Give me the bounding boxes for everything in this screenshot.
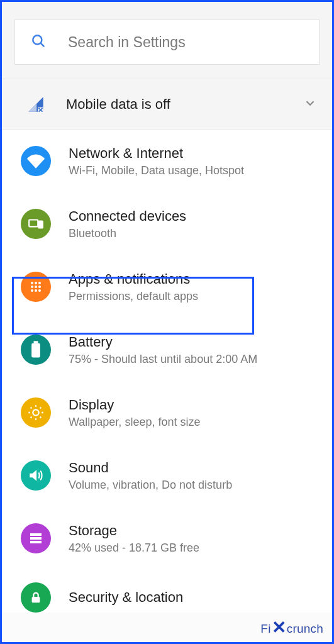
row-text: Sound Volume, vibration, Do not disturb <box>69 460 232 492</box>
row-title: Network & Internet <box>69 145 244 162</box>
svg-point-11 <box>31 289 33 292</box>
watermark: Fi ✕ crunch <box>260 622 323 636</box>
row-title: Storage <box>69 523 199 539</box>
settings-screen: Search in Settings Mobile data is off Ne… <box>0 0 334 644</box>
svg-point-8 <box>31 286 33 288</box>
svg-point-5 <box>31 282 33 284</box>
settings-list: Network & Internet Wi-Fi, Mobile, Data u… <box>2 130 332 613</box>
svg-point-7 <box>38 282 41 284</box>
row-sub: Wallpaper, sleep, font size <box>69 416 200 429</box>
settings-item-display[interactable]: Display Wallpaper, sleep, font size <box>2 381 332 444</box>
svg-rect-4 <box>38 221 43 228</box>
row-title: Apps & notifications <box>69 271 198 287</box>
search-input[interactable]: Search in Settings <box>14 19 320 65</box>
svg-rect-19 <box>30 541 42 543</box>
svg-point-12 <box>35 289 37 292</box>
top-bar: Search in Settings <box>2 2 332 79</box>
row-sub: Volume, vibration, Do not disturb <box>69 479 232 492</box>
search-placeholder: Search in Settings <box>68 34 186 51</box>
row-text: Security & location <box>69 589 183 606</box>
row-text: Battery 75% - Should last until about 2:… <box>69 334 257 366</box>
row-sub: 75% - Should last until about 2:00 AM <box>69 353 257 366</box>
row-text: Display Wallpaper, sleep, font size <box>69 397 200 429</box>
svg-rect-3 <box>29 220 38 227</box>
devices-icon <box>21 209 51 239</box>
svg-rect-14 <box>34 341 38 343</box>
settings-item-network[interactable]: Network & Internet Wi-Fi, Mobile, Data u… <box>2 130 332 192</box>
row-sub: Permissions, default apps <box>69 290 198 303</box>
svg-rect-20 <box>32 597 40 602</box>
svg-point-6 <box>35 282 37 284</box>
settings-item-apps[interactable]: Apps & notifications Permissions, defaul… <box>2 255 332 318</box>
watermark-pre: Fi <box>260 622 270 636</box>
chevron-down-icon <box>303 96 317 113</box>
row-title: Battery <box>69 334 257 350</box>
storage-icon <box>21 523 51 553</box>
brightness-icon <box>21 397 51 428</box>
row-title: Security & location <box>69 589 183 606</box>
row-title: Display <box>69 397 200 413</box>
svg-point-16 <box>33 409 38 415</box>
banner-text: Mobile data is off <box>66 96 303 113</box>
watermark-post: crunch <box>287 622 323 636</box>
row-text: Network & Internet Wi-Fi, Mobile, Data u… <box>69 145 244 177</box>
svg-point-10 <box>38 286 41 288</box>
svg-point-9 <box>35 286 37 288</box>
svg-rect-17 <box>30 533 42 536</box>
row-text: Storage 42% used - 18.71 GB free <box>69 523 199 555</box>
row-sub: Wi-Fi, Mobile, Data usage, Hotspot <box>69 164 244 177</box>
row-sub: Bluetooth <box>69 227 186 240</box>
search-icon <box>30 33 47 52</box>
row-sub: 42% used - 18.71 GB free <box>69 541 199 555</box>
settings-item-storage[interactable]: Storage 42% used - 18.71 GB free <box>2 507 332 570</box>
settings-item-security[interactable]: Security & location <box>2 570 332 613</box>
apps-icon <box>21 272 51 302</box>
sound-icon <box>21 460 51 491</box>
settings-item-connected-devices[interactable]: Connected devices Bluetooth <box>2 192 332 255</box>
mobile-data-off-icon <box>25 96 47 113</box>
lock-icon <box>21 582 51 613</box>
svg-line-1 <box>40 43 44 47</box>
svg-rect-15 <box>31 343 40 358</box>
svg-point-0 <box>33 35 42 44</box>
settings-item-battery[interactable]: Battery 75% - Should last until about 2:… <box>2 318 332 381</box>
svg-point-13 <box>38 289 41 292</box>
row-title: Sound <box>69 460 232 476</box>
row-title: Connected devices <box>69 208 186 225</box>
battery-icon <box>21 335 51 365</box>
wifi-icon <box>21 146 51 176</box>
row-text: Apps & notifications Permissions, defaul… <box>69 271 198 303</box>
mobile-data-banner[interactable]: Mobile data is off <box>2 79 332 130</box>
svg-rect-18 <box>30 537 42 540</box>
settings-item-sound[interactable]: Sound Volume, vibration, Do not disturb <box>2 444 332 507</box>
row-text: Connected devices Bluetooth <box>69 208 186 240</box>
